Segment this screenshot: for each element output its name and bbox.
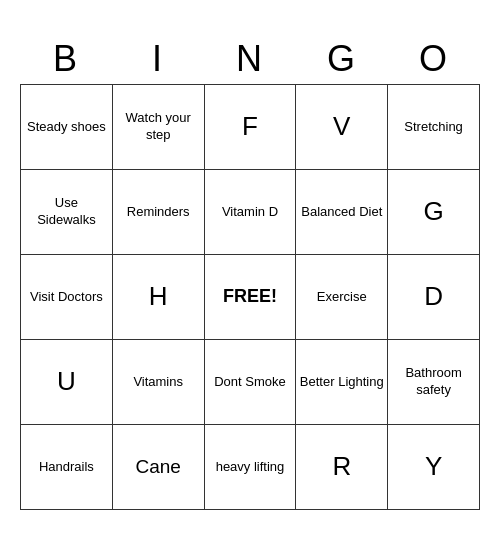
bingo-cell-r1-c4: G [388,170,480,255]
bingo-cell-r0-c3: V [296,85,388,170]
bingo-cell-r2-c2: FREE! [205,255,297,340]
bingo-header: BINGO [20,34,480,84]
bingo-cell-r2-c4: D [388,255,480,340]
bingo-cell-r4-c3: R [296,425,388,510]
bingo-grid: Steady shoesWatch your stepFVStretchingU… [20,84,480,510]
header-letter-O: O [388,34,480,84]
bingo-cell-r0-c1: Watch your step [113,85,205,170]
bingo-cell-r4-c1: Cane [113,425,205,510]
bingo-cell-r3-c3: Better Lighting [296,340,388,425]
bingo-cell-r0-c4: Stretching [388,85,480,170]
bingo-cell-r1-c1: Reminders [113,170,205,255]
bingo-cell-r3-c0: U [21,340,113,425]
bingo-card: BINGO Steady shoesWatch your stepFVStret… [20,34,480,510]
header-letter-I: I [112,34,204,84]
bingo-cell-r2-c3: Exercise [296,255,388,340]
bingo-cell-r2-c1: H [113,255,205,340]
bingo-cell-r1-c3: Balanced Diet [296,170,388,255]
bingo-cell-r0-c0: Steady shoes [21,85,113,170]
bingo-cell-r0-c2: F [205,85,297,170]
header-letter-G: G [296,34,388,84]
header-letter-N: N [204,34,296,84]
bingo-cell-r3-c2: Dont Smoke [205,340,297,425]
bingo-cell-r3-c4: Bathroom safety [388,340,480,425]
header-letter-B: B [20,34,112,84]
bingo-cell-r4-c0: Handrails [21,425,113,510]
bingo-cell-r4-c2: heavy lifting [205,425,297,510]
bingo-cell-r3-c1: Vitamins [113,340,205,425]
bingo-cell-r1-c0: Use Sidewalks [21,170,113,255]
bingo-cell-r2-c0: Visit Doctors [21,255,113,340]
bingo-cell-r1-c2: Vitamin D [205,170,297,255]
bingo-cell-r4-c4: Y [388,425,480,510]
